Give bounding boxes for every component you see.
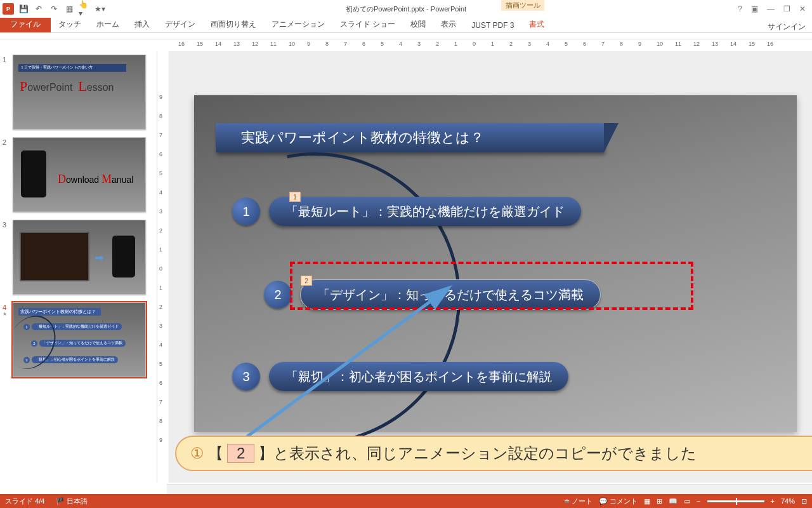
undo-icon[interactable]: ↶: [33, 3, 44, 15]
zoom-out-icon[interactable]: −: [697, 497, 700, 505]
title-bar: P 💾 ↶ ↷ ▦ 👆▾ ★▾ 初めてのPowerPoint.pptx - Po…: [0, 0, 812, 18]
selection-highlight: [290, 262, 693, 310]
slide-item-1[interactable]: 1 「最短ルート」：実践的な機能だけを厳選ガイド: [232, 197, 581, 226]
tab-view[interactable]: 表示: [433, 17, 464, 32]
slideshow-view-icon[interactable]: ▭: [684, 497, 690, 505]
tab-format[interactable]: 書式: [521, 17, 552, 32]
callout-bracket: 【: [208, 443, 223, 464]
powerpoint-app-icon: P: [3, 3, 14, 15]
thumb1-bar: １日で習得・実践パワーポイントの使い方: [18, 64, 126, 72]
tab-home[interactable]: ホーム: [89, 17, 127, 32]
help-icon[interactable]: ?: [738, 4, 742, 13]
thumb2-text: Download Manual: [58, 173, 133, 186]
reading-view-icon[interactable]: 📖: [669, 497, 678, 505]
tab-insert[interactable]: 挿入: [127, 17, 157, 32]
quick-access-toolbar: P 💾 ↶ ↷ ▦ 👆▾ ★▾: [0, 3, 105, 15]
save-icon[interactable]: 💾: [18, 3, 29, 15]
item-text-pill: 「親切」：初心者が困るポイントを事前に解説: [269, 362, 568, 391]
thumb-number: 1: [3, 55, 13, 130]
horizontal-scrollbar[interactable]: [167, 484, 812, 494]
phone-icon: [21, 150, 46, 197]
slide-thumbnail-panel: 1 １日で習得・実践パワーポイントの使い方 PowerPoint Lesson …: [0, 51, 157, 483]
thumb1-text: PowerPoint Lesson: [20, 78, 114, 95]
item-number-circle: 2: [264, 281, 292, 309]
status-bar: スライド 4/4 🏴 日本語 ≐ ノート 💬 コメント ▦ ⊞ 📖 ▭ − + …: [0, 494, 812, 508]
redo-icon[interactable]: ↷: [48, 3, 60, 15]
tab-justpdf[interactable]: JUST PDF 3: [464, 18, 521, 32]
tab-animation[interactable]: アニメーション: [264, 17, 332, 32]
arrow-right-icon: ➡: [95, 251, 104, 265]
thumb3-screen: [20, 232, 89, 281]
close-icon[interactable]: ✕: [799, 4, 806, 13]
slide-thumbnail-2[interactable]: Download Manual: [13, 137, 146, 212]
slide-item-3[interactable]: 3 「親切」：初心者が困るポイントを事前に解説: [232, 362, 568, 391]
item-number-circle: 3: [232, 363, 260, 391]
tab-touch[interactable]: タッチ: [51, 17, 89, 32]
callout-bracket: 】: [258, 443, 273, 464]
touch-mode-icon[interactable]: 👆▾: [79, 3, 90, 15]
tab-transition[interactable]: 画面切り替え: [203, 17, 264, 32]
tab-review[interactable]: 校閲: [403, 17, 433, 32]
slide-thumbnail-4[interactable]: 実践パワーポイント教材の特徴とは？ 1「最短ルート」：実践的な機能だけを厳選ガイ…: [13, 302, 146, 377]
phone-icon: [112, 236, 135, 277]
callout-badge: 2: [227, 444, 254, 463]
signin-link[interactable]: サインイン: [768, 22, 812, 32]
restore-icon[interactable]: ❐: [783, 4, 790, 13]
normal-view-icon[interactable]: ▦: [644, 497, 650, 505]
comments-button[interactable]: 💬 コメント: [599, 497, 638, 506]
tab-design[interactable]: デザイン: [157, 17, 203, 32]
fit-to-window-icon[interactable]: ⊡: [801, 497, 807, 505]
status-language[interactable]: 🏴 日本語: [56, 497, 88, 506]
slide-thumbnail-3[interactable]: ➡: [13, 220, 146, 295]
vertical-ruler: 9876543210123456789: [157, 51, 169, 483]
tab-slideshow[interactable]: スライド ショー: [332, 17, 403, 32]
callout-step-number: ①: [190, 444, 204, 462]
notes-button[interactable]: ≐ ノート: [564, 497, 593, 506]
qat-customize-icon[interactable]: ★▾: [94, 3, 105, 15]
horizontal-ruler: 1615141312111098765432101234567891011121…: [167, 39, 801, 51]
item-number-circle: 1: [232, 197, 260, 225]
slide-thumbnail-1[interactable]: １日で習得・実践パワーポイントの使い方 PowerPoint Lesson: [13, 55, 146, 130]
contextual-tab-label: 描画ツール: [501, 0, 544, 11]
item-text-pill: 「最短ルート」：実践的な機能だけを厳選ガイド: [269, 197, 581, 226]
slide: 実践パワーポイント教材の特徴とは？ 1 「最短ルート」：実践的な機能だけを厳選ガ…: [194, 95, 797, 432]
sorter-view-icon[interactable]: ⊞: [657, 497, 662, 505]
ribbon-tabs: ファイル タッチ ホーム 挿入 デザイン 画面切り替え アニメーション スライド…: [0, 18, 812, 33]
zoom-slider[interactable]: [707, 500, 764, 502]
thumb4-title: 実践パワーポイント教材の特徴とは？: [18, 308, 101, 316]
minimize-icon[interactable]: —: [767, 4, 775, 13]
slideshow-icon[interactable]: ▦: [63, 3, 75, 15]
slide-title[interactable]: 実践パワーポイント教材の特徴とは？: [216, 123, 604, 152]
slide-canvas[interactable]: 実践パワーポイント教材の特徴とは？ 1 「最短ルート」：実践的な機能だけを厳選ガ…: [169, 51, 812, 483]
window-title: 初めてのPowerPoint.pptx - PowerPoint: [346, 4, 466, 14]
animation-order-tag[interactable]: 1: [289, 192, 301, 202]
workspace: 1 １日で習得・実践パワーポイントの使い方 PowerPoint Lesson …: [0, 51, 812, 483]
thumb-number: 3: [3, 220, 13, 295]
status-slide-number[interactable]: スライド 4/4: [5, 497, 44, 506]
zoom-in-icon[interactable]: +: [771, 497, 775, 505]
tab-file[interactable]: ファイル: [0, 17, 51, 32]
thumb-number: 2: [3, 137, 13, 212]
zoom-level[interactable]: 74%: [781, 497, 795, 505]
ribbon-display-icon[interactable]: ▣: [751, 4, 758, 13]
instruction-callout: ① 【 2 】 と表示され、同じアニメーション設定のコピーができました: [175, 436, 812, 471]
thumb-number: 4★: [3, 302, 13, 377]
callout-text: と表示され、同じアニメーション設定のコピーができました: [273, 443, 697, 464]
ribbon-collapsed: [0, 33, 812, 39]
